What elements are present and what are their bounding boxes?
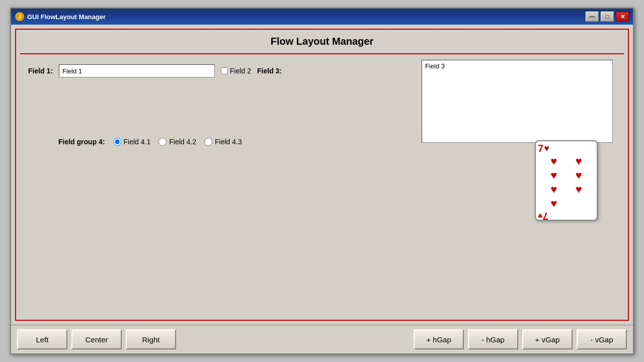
field-group4-label: Field group 4: (58, 138, 105, 146)
plus-hgap-button[interactable]: + hGap (414, 329, 464, 349)
plus-vgap-button[interactable]: + vGap (522, 329, 573, 349)
center-button[interactable]: Center (71, 329, 122, 349)
window-title: GUI FlowLayout Manager (27, 13, 586, 21)
radio-43[interactable] (204, 138, 212, 146)
main-content: Flow Layout Manager Field 1: Field 2 Fie… (11, 25, 633, 325)
heart-1: ♥ (542, 155, 566, 168)
heart-7: ♥ (542, 197, 566, 210)
heart-6: ♥ (567, 183, 591, 196)
card-bottom: 7 ♥ (538, 211, 595, 221)
bottom-bar: Left Center Right + hGap - hGap + vGap -… (11, 325, 633, 353)
field1-label: Field 1: (28, 67, 53, 75)
radio-41-wrapper: Field 4.1 (113, 138, 151, 146)
window-controls: — □ ✕ (586, 12, 629, 22)
minus-hgap-button[interactable]: - hGap (468, 329, 518, 349)
heading-area: Flow Layout Manager Field 1: Field 2 Fie… (15, 29, 629, 321)
minimize-button[interactable]: — (586, 12, 599, 22)
heart-4: ♥ (567, 169, 591, 182)
left-button[interactable]: Left (17, 329, 67, 349)
heart-3: ♥ (542, 169, 566, 182)
restore-button[interactable]: □ (601, 12, 614, 22)
card-suit-bottom: ♥ (538, 211, 543, 220)
field3-textarea-label: Field 3 (422, 60, 612, 72)
right-button[interactable]: Right (126, 329, 176, 349)
title-bar: J GUI FlowLayout Manager — □ ✕ (11, 9, 633, 25)
card-middle: ♥ ♥ ♥ ♥ ♥ ♥ ♥ (538, 154, 595, 211)
minus-vgap-button[interactable]: - vGap (577, 329, 627, 349)
radio-41-label: Field 4.1 (124, 138, 151, 146)
field2-checkbox[interactable] (221, 67, 228, 74)
field2-checkbox-wrapper: Field 2 (221, 67, 251, 75)
radio-43-wrapper: Field 4.3 (204, 138, 242, 146)
card-suit-top: ♥ (544, 143, 549, 154)
radio-42-label: Field 4.2 (169, 138, 196, 146)
heart-2: ♥ (567, 155, 591, 168)
page-title: Flow Layout Manager (20, 32, 624, 54)
main-window: J GUI FlowLayout Manager — □ ✕ Flow Layo… (10, 8, 634, 354)
radio-group: Field 4.1 Field 4.2 Field 4.3 (113, 138, 242, 146)
field3-textarea-container: Field 3 (422, 60, 613, 143)
radio-43-label: Field 4.3 (215, 138, 242, 146)
field3-label: Field 3: (257, 67, 282, 75)
radio-42-wrapper: Field 4.2 (158, 138, 196, 146)
close-button[interactable]: ✕ (616, 12, 629, 22)
radio-41[interactable] (113, 138, 121, 146)
window-icon: J (15, 12, 24, 21)
heart-5: ♥ (542, 183, 566, 196)
field2-label: Field 2 (230, 67, 251, 75)
card-number-bottom: 7 (543, 211, 548, 221)
radio-42[interactable] (158, 138, 167, 146)
playing-card: 7 ♥ ♥ ♥ ♥ ♥ ♥ ♥ ♥ 7 ♥ (535, 140, 598, 221)
card-top: 7 ♥ (538, 143, 595, 154)
card-number-top: 7 (538, 143, 543, 153)
field1-input[interactable] (59, 64, 215, 77)
